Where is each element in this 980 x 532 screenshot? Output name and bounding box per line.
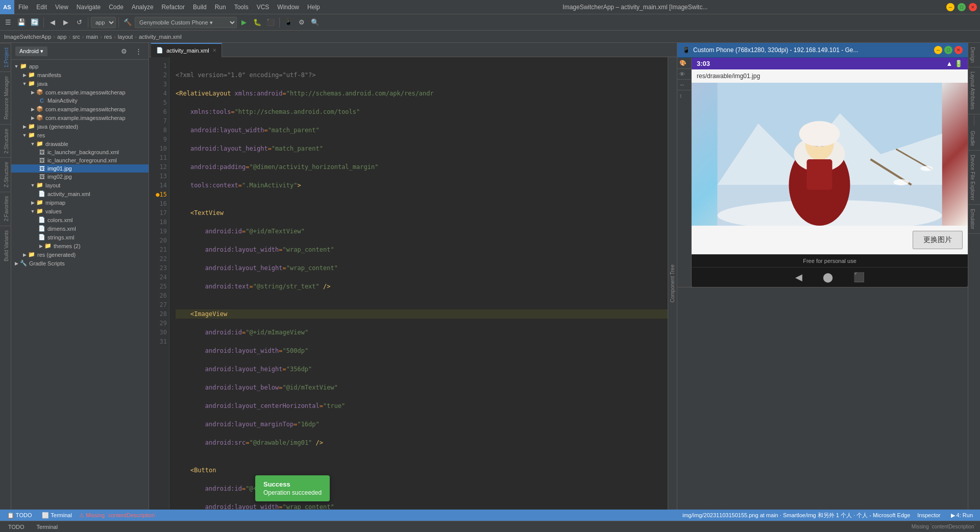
tree-res-gen[interactable]: ▶ 📁 res (generated)	[11, 250, 149, 259]
tree-ic-bg[interactable]: 🖼 ic_launcher_background.xml	[11, 148, 149, 156]
tree-img02[interactable]: 🖼 img02.jpg	[11, 173, 149, 181]
bottom-tab-terminal[interactable]: Terminal	[33, 523, 62, 531]
win-close[interactable]: ✕	[969, 3, 977, 11]
tree-com-example2[interactable]: ▶ 📦 com.example.imagesswitcherap	[11, 105, 149, 113]
menu-analyze[interactable]: Analyze	[128, 2, 158, 13]
nav-home-btn[interactable]: ⬤	[823, 272, 833, 283]
toolbar-device-combo[interactable]: Genymobile Custom Phone ▾	[135, 17, 237, 28]
far-left-tab-favorites[interactable]: 2:Favorites	[0, 191, 11, 225]
toolbar-sync-btn[interactable]: 🔄	[29, 16, 41, 29]
status-terminal[interactable]: ⬜ Terminal	[39, 512, 75, 519]
far-left-tab-z-structure[interactable]: Z-Structure	[0, 157, 11, 191]
bc-app[interactable]: ImageSwitcherApp	[4, 34, 51, 40]
phone-change-image-btn[interactable]: 更换图片	[913, 231, 963, 249]
tree-strings[interactable]: 📄 strings.xml	[11, 233, 149, 241]
tree-app[interactable]: ▼ 📁 app	[11, 62, 149, 70]
phone-win-close[interactable]: ✕	[954, 46, 963, 54]
menu-help[interactable]: Help	[303, 2, 324, 13]
menu-run[interactable]: Run	[211, 2, 230, 13]
nav-recents-btn[interactable]: ⬛	[853, 272, 865, 283]
tree-java-gen[interactable]: ▶ 📁 java (generated)	[11, 122, 149, 131]
tab-activity-main[interactable]: 📄 activity_main.xml ✕	[151, 43, 222, 57]
far-right-tab-gradle[interactable]: Gradle	[968, 127, 980, 151]
bc-file[interactable]: activity_main.xml	[139, 34, 182, 40]
menu-edit[interactable]: Edit	[32, 2, 51, 13]
tree-arrow-java[interactable]: ▼	[21, 81, 28, 86]
nav-back-btn[interactable]: ◀	[795, 272, 802, 283]
menu-tools[interactable]: Tools	[230, 2, 253, 13]
bc-src[interactable]: src	[72, 34, 80, 40]
phone-win-minimize[interactable]: ─	[934, 46, 942, 54]
toolbar-sdk-btn[interactable]: ⚙	[296, 16, 308, 29]
phone-win-maximize[interactable]: □	[944, 46, 952, 54]
tree-com-example[interactable]: ▶ 📦 com.example.imagesswitcherap	[11, 88, 149, 96]
component-tree-panel[interactable]: Component Tree	[668, 57, 677, 510]
far-right-tab-design[interactable]: Design	[968, 43, 980, 67]
tree-arrow-themes[interactable]: ▶	[38, 244, 44, 249]
zoom-fit-icon[interactable]: ↔	[677, 80, 691, 90]
palette-panel-icon[interactable]: 🎨	[677, 58, 691, 69]
tree-values[interactable]: ▼ 📁 values	[11, 207, 149, 215]
tree-drawable[interactable]: ▼ 📁 drawable	[11, 139, 149, 148]
toolbar-debug-btn[interactable]: 🐛	[251, 16, 263, 29]
tree-arrow-mipmap[interactable]: ▶	[30, 200, 36, 205]
bottom-tab-todo[interactable]: TODO	[4, 523, 29, 531]
design-view-icon[interactable]: 👁	[677, 69, 691, 80]
win-maximize[interactable]: □	[958, 3, 966, 11]
toolbar-search-btn[interactable]: 🔍	[309, 16, 321, 29]
toolbar-refresh-btn[interactable]: ↺	[73, 16, 85, 29]
tree-arrow-gradle[interactable]: ▶	[13, 261, 19, 266]
tree-arrow-res-gen[interactable]: ▶	[21, 252, 28, 257]
tree-arrow-com2[interactable]: ▶	[30, 107, 36, 112]
toolbar-save-btn[interactable]: 💾	[15, 16, 28, 29]
tree-arrow-com[interactable]: ▶	[30, 90, 36, 95]
sidebar-android-tab[interactable]: Android ▾	[15, 46, 47, 56]
menu-view[interactable]: View	[51, 2, 72, 13]
far-right-tab-emulator[interactable]: Emulator	[968, 205, 980, 234]
far-left-tab-build-variants[interactable]: Build Variants	[0, 226, 11, 265]
bc-main[interactable]: main	[86, 34, 98, 40]
status-inspector[interactable]: Inspector	[914, 512, 943, 518]
toolbar-back-btn[interactable]: ◀	[46, 16, 59, 29]
tree-gradle[interactable]: ▶ 🔧 Gradle Scripts	[11, 259, 149, 268]
tree-ic-fg[interactable]: 🖼 ic_launcher_foreground.xml	[11, 156, 149, 164]
code-content[interactable]: <?xml version="1.0" encoding="utf-8"?> <…	[169, 57, 677, 510]
far-left-tab-project[interactable]: 1:Project	[0, 43, 11, 71]
sidebar-gear-btn[interactable]: ⋮	[132, 45, 144, 57]
toolbar-project-combo[interactable]: app	[91, 17, 116, 28]
tree-arrow-manifests[interactable]: ▶	[21, 72, 28, 78]
menu-window[interactable]: Window	[273, 2, 303, 13]
far-left-tab-resource[interactable]: Resource Manager	[0, 71, 11, 124]
toolbar-menu-btn[interactable]: ☰	[2, 16, 14, 29]
tree-java[interactable]: ▼ 📁 java	[11, 79, 149, 88]
toolbar-avd-btn[interactable]: 📱	[282, 16, 295, 29]
sidebar-config-btn[interactable]: ⚙	[118, 45, 130, 57]
tree-themes[interactable]: ▶ 📁 themes (2)	[11, 241, 149, 250]
tree-manifests[interactable]: ▶ 📁 manifests	[11, 70, 149, 79]
toolbar-stop-btn[interactable]: ⬛	[264, 16, 277, 29]
menu-navigate[interactable]: Navigate	[72, 2, 105, 13]
tree-com-example3[interactable]: ▶ 📦 com.example.imagesswitcherap	[11, 113, 149, 122]
far-right-tab-layout-attrs[interactable]: Layout Attributes	[968, 67, 980, 114]
win-minimize[interactable]: ─	[946, 3, 954, 11]
bc-layout[interactable]: layout	[118, 34, 133, 40]
tree-dimens[interactable]: 📄 dimens.xml	[11, 224, 149, 233]
menu-file[interactable]: File	[14, 2, 32, 13]
tree-colors[interactable]: 📄 colors.xml	[11, 215, 149, 224]
menu-refactor[interactable]: Refactor	[158, 2, 189, 13]
toolbar-forward-btn[interactable]: ▶	[60, 16, 72, 29]
status-run[interactable]: ▶ 4: Run	[948, 512, 976, 519]
menu-build[interactable]: Build	[189, 2, 211, 13]
tree-arrow-com3[interactable]: ▶	[30, 115, 36, 120]
tree-arrow-values[interactable]: ▼	[30, 209, 36, 214]
tree-arrow-drawable[interactable]: ▼	[30, 141, 36, 147]
far-left-tab-structure[interactable]: 2:Structure	[0, 124, 11, 158]
menu-vcs[interactable]: VCS	[253, 2, 274, 13]
bc-res[interactable]: res	[104, 34, 112, 40]
tree-img01[interactable]: 🖼 img01.jpg	[11, 164, 149, 173]
tree-arrow-java-gen[interactable]: ▶	[21, 124, 28, 129]
status-todo[interactable]: 📋 TODO	[4, 512, 35, 519]
tree-mipmap[interactable]: ▶ 📁 mipmap	[11, 198, 149, 207]
tree-mainactivity[interactable]: C MainActivity	[11, 96, 149, 105]
toolbar-run-btn[interactable]: ▶	[238, 16, 250, 29]
